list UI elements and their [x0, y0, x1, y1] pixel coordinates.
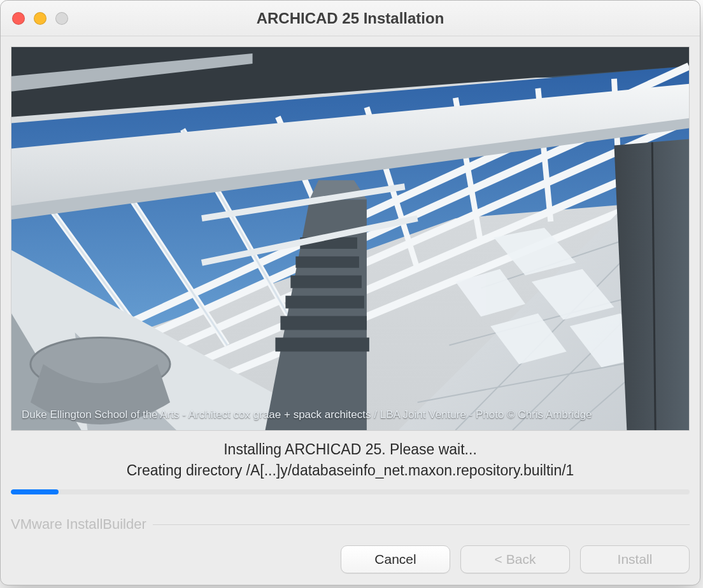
cancel-button[interactable]: Cancel — [341, 545, 450, 573]
hero-image: Duke Ellington School of the Arts - Arch… — [11, 46, 690, 431]
hero-illustration — [11, 47, 689, 430]
builder-separator: VMware InstallBuilder — [11, 516, 690, 533]
builder-label: VMware InstallBuilder — [11, 516, 146, 533]
svg-rect-46 — [275, 337, 369, 351]
svg-marker-33 — [614, 139, 689, 430]
zoom-icon — [55, 12, 68, 25]
back-button[interactable]: < Back — [460, 545, 570, 573]
svg-rect-42 — [295, 256, 359, 268]
hero-caption: Duke Ellington School of the Arts - Arch… — [22, 409, 592, 421]
window-controls — [12, 12, 68, 25]
button-row: Cancel < Back Install — [1, 535, 700, 585]
minimize-icon[interactable] — [34, 12, 46, 25]
separator-line — [153, 524, 690, 525]
svg-rect-44 — [285, 296, 364, 309]
installer-window: ARCHICAD 25 Installation — [0, 0, 700, 585]
close-icon[interactable] — [12, 12, 25, 25]
window-body: Duke Ellington School of the Arts - Arch… — [1, 36, 700, 535]
progress-fill — [11, 489, 59, 494]
status-detail-text: Creating directory /A[...]y/databaseinfo… — [11, 462, 690, 479]
titlebar: ARCHICAD 25 Installation — [1, 1, 700, 36]
svg-rect-43 — [290, 276, 362, 288]
status-area: Installing ARCHICAD 25. Please wait... C… — [11, 441, 690, 479]
window-title: ARCHICAD 25 Installation — [1, 10, 700, 27]
progress-bar — [11, 489, 690, 494]
status-main-text: Installing ARCHICAD 25. Please wait... — [11, 441, 690, 458]
install-button[interactable]: Install — [580, 545, 690, 573]
progress-track — [11, 489, 690, 494]
svg-rect-45 — [280, 316, 366, 330]
